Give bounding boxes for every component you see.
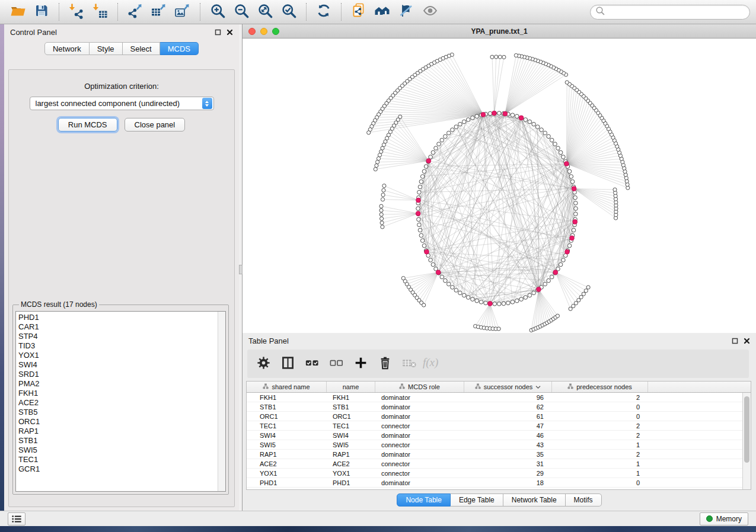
import-network-button[interactable] bbox=[65, 2, 88, 22]
mcds-result-item[interactable]: RAP1 bbox=[18, 427, 225, 436]
mcds-result-list[interactable]: PHD1CAR1STP4TID3YOX1SWI4SRD1PMA2FKH1ACE2… bbox=[15, 311, 226, 492]
save-session-button[interactable] bbox=[30, 2, 53, 22]
cell-successor-nodes[interactable]: 31 bbox=[464, 459, 552, 468]
table-row[interactable]: RAP1RAP1dominator352 bbox=[247, 450, 751, 459]
cell-predecessor-nodes[interactable]: 0 bbox=[552, 402, 648, 411]
mcds-result-item[interactable]: SRD1 bbox=[18, 370, 225, 379]
cell-shared-name[interactable]: ACE2 bbox=[247, 459, 327, 468]
mcds-result-item[interactable]: GCR1 bbox=[18, 464, 225, 474]
cell-successor-nodes[interactable]: 43 bbox=[464, 440, 552, 449]
cell-shared-name[interactable]: YOX1 bbox=[247, 469, 327, 477]
cell-MCDS-role[interactable]: connector bbox=[375, 421, 464, 430]
column-header-predecessor-nodes[interactable]: predecessor nodes bbox=[552, 382, 648, 392]
mcds-result-item[interactable]: PHD1 bbox=[18, 313, 225, 322]
cell-MCDS-role[interactable]: dominator bbox=[375, 402, 464, 411]
cell-name[interactable]: SWI4 bbox=[327, 431, 375, 440]
cell-successor-nodes[interactable]: 46 bbox=[464, 431, 552, 440]
float-icon[interactable] bbox=[732, 338, 738, 344]
export-image-button[interactable] bbox=[171, 2, 194, 22]
cell-predecessor-nodes[interactable]: 2 bbox=[552, 393, 648, 402]
zoom-out-button[interactable] bbox=[229, 2, 253, 22]
cell-shared-name[interactable]: TEC1 bbox=[247, 421, 327, 430]
cell-successor-nodes[interactable]: 29 bbox=[464, 469, 552, 477]
mcds-result-item[interactable]: TID3 bbox=[18, 341, 225, 351]
table-row[interactable]: PHD1PHD1dominator180 bbox=[247, 478, 751, 488]
cell-MCDS-role[interactable]: dominator bbox=[375, 450, 464, 459]
mcds-result-item[interactable]: SWI5 bbox=[18, 446, 225, 455]
mcds-result-item[interactable]: STB1 bbox=[18, 436, 225, 446]
export-table-button[interactable] bbox=[147, 2, 171, 22]
cell-shared-name[interactable]: STB1 bbox=[247, 402, 327, 411]
cell-successor-nodes[interactable]: 96 bbox=[464, 393, 552, 402]
cell-MCDS-role[interactable]: connector bbox=[375, 459, 464, 468]
table-row[interactable]: SWI4SWI4dominator462 bbox=[247, 431, 751, 440]
table-row[interactable]: FKH1FKH1dominator962 bbox=[247, 393, 751, 402]
add-column-button[interactable] bbox=[353, 356, 368, 371]
memory-button[interactable]: Memory bbox=[700, 512, 748, 525]
cell-predecessor-nodes[interactable]: 2 bbox=[552, 421, 648, 430]
cell-name[interactable]: ORC1 bbox=[327, 412, 375, 421]
table-row[interactable]: ORC1ORC1dominator610 bbox=[247, 412, 751, 421]
search-box[interactable] bbox=[590, 5, 750, 20]
cell-name[interactable]: TEC1 bbox=[327, 421, 375, 430]
column-header-name[interactable]: name bbox=[327, 382, 375, 392]
show-details-button[interactable] bbox=[418, 2, 442, 22]
delete-column-button[interactable] bbox=[377, 356, 393, 371]
open-file-button[interactable] bbox=[6, 2, 30, 22]
cell-MCDS-role[interactable]: dominator bbox=[375, 431, 464, 440]
hide-details-button[interactable] bbox=[394, 2, 418, 22]
cell-shared-name[interactable]: SWI4 bbox=[247, 431, 327, 440]
cell-successor-nodes[interactable]: 47 bbox=[464, 421, 552, 430]
table-row[interactable]: STB1STB1dominator620 bbox=[247, 402, 751, 412]
cell-predecessor-nodes[interactable]: 2 bbox=[552, 450, 648, 459]
cell-MCDS-role[interactable]: dominator bbox=[375, 478, 464, 487]
cell-MCDS-role[interactable]: connector bbox=[375, 440, 464, 449]
mcds-list-scrollbar[interactable] bbox=[218, 312, 225, 491]
zoom-selected-button[interactable] bbox=[277, 2, 301, 22]
show-columns-button[interactable] bbox=[280, 356, 295, 371]
show-panels-list-button[interactable] bbox=[8, 512, 25, 525]
table-row[interactable]: ACE2ACE2connector311 bbox=[247, 459, 751, 469]
mcds-result-item[interactable]: PMA2 bbox=[18, 379, 225, 389]
cell-name[interactable]: RAP1 bbox=[327, 450, 375, 459]
deselect-all-button[interactable] bbox=[328, 356, 344, 371]
table-scrollbar[interactable] bbox=[742, 393, 751, 489]
cell-name[interactable]: STB1 bbox=[327, 402, 375, 411]
cell-shared-name[interactable]: SWI5 bbox=[247, 440, 327, 449]
criterion-select[interactable]: largest connected component (undirected) bbox=[30, 97, 214, 110]
cell-name[interactable]: PHD1 bbox=[327, 478, 375, 487]
cell-predecessor-nodes[interactable]: 1 bbox=[552, 459, 648, 468]
network-window-titlebar[interactable]: YPA_prune.txt_1 bbox=[243, 24, 756, 39]
zoom-fit-button[interactable] bbox=[253, 2, 277, 22]
cell-successor-nodes[interactable]: 18 bbox=[464, 478, 552, 487]
mcds-result-item[interactable]: ORC1 bbox=[18, 417, 225, 427]
cell-predecessor-nodes[interactable]: 2 bbox=[552, 431, 648, 440]
cell-shared-name[interactable]: PHD1 bbox=[247, 478, 327, 487]
cell-shared-name[interactable]: RAP1 bbox=[247, 450, 327, 459]
tab-motifs[interactable]: Motifs bbox=[566, 493, 602, 507]
export-network-button[interactable] bbox=[123, 2, 147, 22]
mcds-result-item[interactable]: CAR1 bbox=[18, 322, 225, 332]
tab-network[interactable]: Network bbox=[44, 42, 90, 55]
run-mcds-button[interactable]: Run MCDS bbox=[58, 118, 117, 132]
tab-style[interactable]: Style bbox=[90, 42, 123, 55]
close-icon[interactable] bbox=[227, 29, 233, 36]
cell-successor-nodes[interactable]: 35 bbox=[464, 450, 552, 459]
table-scrollbar-thumb[interactable] bbox=[744, 396, 749, 463]
cell-predecessor-nodes[interactable]: 1 bbox=[552, 440, 648, 449]
cell-successor-nodes[interactable]: 62 bbox=[464, 402, 552, 411]
cell-name[interactable]: FKH1 bbox=[327, 393, 375, 402]
cell-shared-name[interactable]: ORC1 bbox=[247, 412, 327, 421]
cell-name[interactable]: SWI5 bbox=[327, 440, 375, 449]
cell-name[interactable]: ACE2 bbox=[327, 459, 375, 468]
column-header-MCDS-role[interactable]: MCDS role bbox=[375, 382, 464, 392]
tab-network-table[interactable]: Network Table bbox=[503, 493, 566, 507]
cell-MCDS-role[interactable]: dominator bbox=[375, 393, 464, 402]
close-icon[interactable] bbox=[744, 338, 750, 344]
cell-name[interactable]: YOX1 bbox=[327, 469, 375, 477]
table-row[interactable]: TEC1TEC1connector472 bbox=[247, 421, 751, 431]
cell-successor-nodes[interactable]: 61 bbox=[464, 412, 552, 421]
import-table-button[interactable] bbox=[88, 2, 112, 22]
column-header-shared-name[interactable]: shared name bbox=[247, 382, 327, 392]
close-panel-button[interactable]: Close panel bbox=[125, 118, 186, 132]
